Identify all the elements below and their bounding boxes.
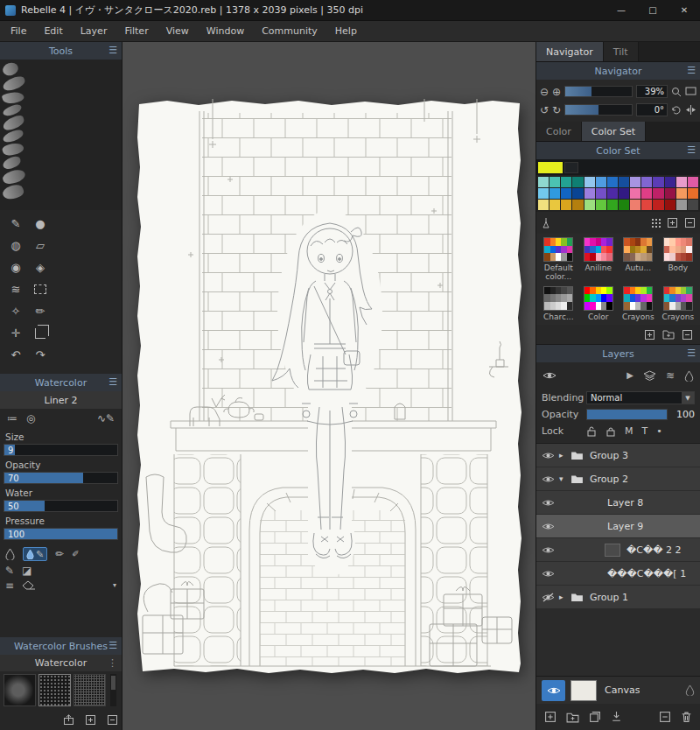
layer-row[interactable]: ▸Group 3 xyxy=(536,444,700,467)
remove-brush-icon[interactable] xyxy=(107,714,118,726)
pal-charc-[interactable]: Charc... xyxy=(539,284,578,323)
expand-arrow-icon[interactable]: ▸ xyxy=(559,451,570,460)
tracing-play-icon[interactable]: ▶ xyxy=(626,371,634,380)
opacity-slider[interactable]: 70 xyxy=(4,472,118,484)
dry-tool[interactable]: ◈ xyxy=(30,259,51,276)
rotation-slider[interactable] xyxy=(564,104,633,116)
redo-tool[interactable]: ↷ xyxy=(30,347,51,363)
tab-color-set[interactable]: Color Set xyxy=(582,122,646,141)
visibility-eye-icon[interactable] xyxy=(536,451,559,460)
brush-preset-row[interactable]: Liner 2 xyxy=(0,391,122,409)
zoom-in-icon[interactable]: ⊕ xyxy=(552,87,561,97)
brushes-panel-menu-icon[interactable]: ☰ xyxy=(108,640,117,651)
visibility-eye-icon[interactable] xyxy=(536,474,559,484)
paint-tool[interactable]: ✎ xyxy=(5,215,26,232)
zoom-slider[interactable] xyxy=(564,86,633,97)
canvas-paper[interactable] xyxy=(136,99,523,678)
brush-tip-icon[interactable] xyxy=(1,167,26,186)
color-swatch[interactable] xyxy=(619,177,629,187)
color-swatch[interactable] xyxy=(619,200,629,210)
eraser-small-icon[interactable]: ◪ xyxy=(22,565,32,576)
navigator-panel-menu-icon[interactable]: ☰ xyxy=(687,65,696,76)
color-picker-icon[interactable] xyxy=(541,217,551,228)
rotate-ccw-icon[interactable]: ↺ xyxy=(540,105,549,116)
unlock-icon[interactable] xyxy=(586,425,597,437)
color-swatch[interactable] xyxy=(676,200,687,210)
layer-opacity-slider[interactable] xyxy=(586,409,668,420)
color-swatch[interactable] xyxy=(572,188,583,199)
zoom-value[interactable]: 39% xyxy=(636,85,668,98)
undo-tool[interactable]: ↶ xyxy=(5,347,26,363)
adjust-sliders-icon[interactable]: ≡ xyxy=(5,580,14,591)
visibility-eye-off-icon[interactable] xyxy=(536,593,559,602)
color-swatch[interactable] xyxy=(561,188,571,199)
crop-tool[interactable] xyxy=(30,325,51,341)
color-swatch[interactable] xyxy=(584,177,595,187)
remove-layer-icon[interactable] xyxy=(659,711,671,723)
current-color-swatch[interactable] xyxy=(538,162,563,173)
add-palette-group-icon[interactable] xyxy=(662,329,675,340)
lock-mask-label[interactable]: M xyxy=(625,425,634,437)
dry-pencil-icon[interactable]: ✏ xyxy=(55,549,64,559)
color-swatch[interactable] xyxy=(653,188,663,199)
layer-row[interactable]: �C�� 2 2 xyxy=(536,538,700,562)
brush-tip-icon[interactable] xyxy=(2,129,24,144)
brush-tip-icon[interactable] xyxy=(2,141,25,158)
color-swatch[interactable] xyxy=(641,177,652,187)
canvas-settings-icon[interactable] xyxy=(685,684,695,696)
color-swatch[interactable] xyxy=(561,200,571,210)
color-set-panel-menu-icon[interactable]: ☰ xyxy=(687,144,696,156)
layers-panel-menu-icon[interactable]: ☰ xyxy=(687,347,696,359)
add-brush-icon[interactable] xyxy=(85,714,96,726)
color-swatch[interactable] xyxy=(641,200,652,210)
color-swatch[interactable] xyxy=(607,188,618,199)
menu-view[interactable]: View xyxy=(158,22,198,40)
menu-help[interactable]: Help xyxy=(326,22,366,40)
pressure-slider[interactable]: 100 xyxy=(4,528,118,540)
color-swatch[interactable] xyxy=(538,200,549,210)
select-tool[interactable] xyxy=(30,281,51,298)
canvas-viewport[interactable] xyxy=(122,42,536,730)
color-swatch[interactable] xyxy=(665,200,676,210)
rotation-value[interactable]: 0° xyxy=(636,103,668,116)
add-palette-icon[interactable] xyxy=(644,329,655,340)
lock-dot-icon[interactable]: • xyxy=(656,425,662,437)
color-swatch[interactable] xyxy=(665,188,676,199)
brush-tip-icon[interactable] xyxy=(2,155,23,171)
smudge-tool[interactable]: ● xyxy=(30,215,51,232)
brush-group-row[interactable]: Watercolor ⋮ xyxy=(0,655,122,671)
menu-community[interactable]: Community xyxy=(253,22,326,40)
eraser-large-icon[interactable] xyxy=(22,580,36,591)
color-swatch[interactable] xyxy=(676,188,687,199)
color-swatch[interactable] xyxy=(607,200,618,210)
new-group-icon[interactable] xyxy=(566,712,579,723)
wet-layer-waves-icon[interactable]: ≋ xyxy=(666,370,675,381)
blending-dropdown[interactable]: Normal ▼ xyxy=(586,391,695,404)
blow-tool[interactable]: ≋ xyxy=(5,281,26,298)
water-tool[interactable]: ◉ xyxy=(5,259,26,276)
color-swatch[interactable] xyxy=(584,188,595,199)
expand-arrow-icon[interactable]: ▸ xyxy=(559,593,570,601)
color-swatch[interactable] xyxy=(688,200,698,210)
color-swatch[interactable] xyxy=(607,177,618,187)
water-slider[interactable]: 50 xyxy=(4,500,118,512)
brush-tip-icon[interactable] xyxy=(2,74,27,92)
menu-edit[interactable]: Edit xyxy=(35,22,71,40)
transform-tool[interactable]: ✛ xyxy=(5,325,26,341)
zoom-out-icon[interactable]: ⊖ xyxy=(540,87,549,97)
brush-tip-icon[interactable] xyxy=(1,183,24,202)
size-slider[interactable]: 9 xyxy=(4,444,118,456)
color-swatch[interactable] xyxy=(619,188,629,199)
brush-tip-icon[interactable] xyxy=(2,89,25,107)
pal-default-color-[interactable]: Default color... xyxy=(539,235,578,284)
brush-group-menu-icon[interactable]: ⋮ xyxy=(108,657,117,669)
rotate-cw-icon[interactable]: ↻ xyxy=(552,105,561,116)
new-layer-icon[interactable] xyxy=(544,711,556,723)
reset-rotation-icon[interactable] xyxy=(671,105,682,116)
color-swatch[interactable] xyxy=(538,188,549,199)
brush-thumbnail[interactable] xyxy=(4,674,36,706)
watercolor-panel-menu-icon[interactable]: ☰ xyxy=(108,376,117,388)
duplicate-layer-icon[interactable] xyxy=(589,711,601,723)
color-swatch[interactable] xyxy=(596,188,606,199)
remove-color-icon[interactable] xyxy=(684,217,696,228)
